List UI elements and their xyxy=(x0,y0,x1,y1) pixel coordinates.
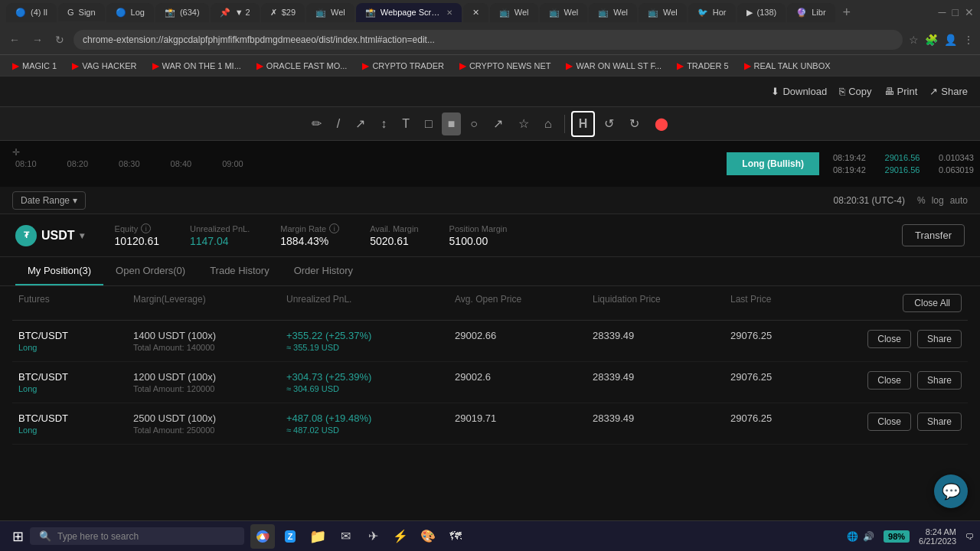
start-button[interactable]: ⊞ xyxy=(6,525,30,548)
tab-29[interactable]: ✗$29 xyxy=(261,3,305,22)
equity-info-icon[interactable]: i xyxy=(141,223,151,233)
forward-button[interactable]: → xyxy=(29,31,46,49)
transfer-button[interactable]: Transfer xyxy=(902,224,965,246)
bookmark-crypto-news[interactable]: ▶ CRYPTO NEWS NET xyxy=(453,59,557,73)
download-button[interactable]: ⬇ Download xyxy=(771,86,827,97)
bookmark-oracle[interactable]: ▶ ORACLE FAST MO... xyxy=(250,59,354,73)
taskbar-zoom-icon[interactable]: Z xyxy=(278,524,302,549)
home-tool[interactable]: ⌂ xyxy=(538,112,558,135)
row3-last-price: 29076.25 xyxy=(730,412,845,424)
tab-138[interactable]: ▶(138) xyxy=(737,3,786,22)
unrealized-pnl-metric: Unrealized PnL. 1147.04 xyxy=(190,224,250,247)
row1-margin: 1400 USDT (100x) Total Amount: 140000 xyxy=(133,330,286,352)
stop-tool[interactable]: ⬤ xyxy=(648,112,675,135)
chart-area: ✛ 08:10 08:20 08:30 08:40 09:00 Long (Bu… xyxy=(0,141,980,187)
undo-tool[interactable]: ↺ xyxy=(598,112,620,135)
taskbar-maps-icon[interactable]: 🗺 xyxy=(443,524,468,549)
close-all-button[interactable]: Close All xyxy=(903,294,962,312)
highlight-tool[interactable]: H xyxy=(571,111,596,137)
date-range-button[interactable]: Date Range ▾ xyxy=(12,191,86,210)
row2-close-button[interactable]: Close xyxy=(867,371,911,390)
tab-libr[interactable]: 🔮Libr xyxy=(787,3,835,22)
row3-close-button[interactable]: Close xyxy=(867,412,911,431)
tab-open-orders[interactable]: Open Orders(0) xyxy=(103,257,198,285)
currency-dropdown-icon[interactable]: ▾ xyxy=(80,230,84,241)
close-tab-icon[interactable]: ✕ xyxy=(446,8,452,17)
margin-rate-info-icon[interactable]: i xyxy=(329,223,339,233)
tab-sign[interactable]: GSign xyxy=(58,3,105,21)
tab-order-history[interactable]: Order History xyxy=(282,257,365,285)
bookmark-realtalk[interactable]: ▶ REAL TALK UNBOX xyxy=(738,59,837,73)
tab-my-position[interactable]: My Position(3) xyxy=(15,257,103,285)
back-button[interactable]: ← xyxy=(6,31,23,49)
tab-screenshot[interactable]: 📸Webpage Screenshot - Entire page screen… xyxy=(356,3,462,22)
taskbar-telegram-icon[interactable]: ✈ xyxy=(361,524,385,549)
pencil-tool[interactable]: ✏ xyxy=(305,112,328,135)
text-tool[interactable]: T xyxy=(396,112,416,135)
taskbar-app6-icon[interactable]: 🎨 xyxy=(416,524,440,549)
minimize-button[interactable]: ─ xyxy=(939,6,946,18)
tab-wel2[interactable]: 📺Wel xyxy=(490,3,538,22)
share-button[interactable]: ↗ Share xyxy=(929,86,968,97)
bookmark-war1[interactable]: ▶ WAR ON THE 1 MI... xyxy=(146,59,247,73)
row2-liq-price: 28339.49 xyxy=(593,371,730,383)
bookmark-magic1[interactable]: ▶ MAGIC 1 xyxy=(6,59,63,73)
row1-liq-price: 28339.49 xyxy=(593,330,730,341)
rect-tool[interactable]: □ xyxy=(419,112,439,135)
bookmark-icon[interactable]: ☆ xyxy=(909,34,919,46)
pointer-tool[interactable]: ↗ xyxy=(349,112,371,135)
tab-trade-history[interactable]: Trade History xyxy=(198,257,282,285)
tab-wel4[interactable]: 📺Wel xyxy=(589,3,637,22)
tab-hor[interactable]: 🐦Hor xyxy=(688,3,736,22)
bookmark-war2[interactable]: ▶ WAR ON WALL ST F... xyxy=(560,59,668,73)
bookmark-vag[interactable]: ▶ VAG HACKER xyxy=(66,59,142,73)
new-tab-button[interactable]: + xyxy=(837,5,858,21)
circle-tool[interactable]: ○ xyxy=(464,112,484,135)
tab-close2[interactable]: ✕ xyxy=(463,3,488,22)
notification-icon[interactable]: 🗨 xyxy=(965,532,974,541)
arrow-tool[interactable]: ↕ xyxy=(374,112,393,135)
table-header: Futures Margin(Leverage) Unrealized PnL.… xyxy=(12,286,968,321)
copy-button[interactable]: ⎘ Copy xyxy=(839,86,871,97)
print-icon: 🖶 xyxy=(884,86,894,97)
row3-margin: 2500 USDT (100x) Total Amount: 250000 xyxy=(133,412,286,435)
extensions-icon[interactable]: 🧩 xyxy=(925,34,938,46)
tab-log[interactable]: 🔵Log xyxy=(106,3,154,22)
bookmark-trader5[interactable]: ▶ TRADER 5 xyxy=(671,59,734,73)
line-tool[interactable]: / xyxy=(331,112,346,135)
maximize-button[interactable]: □ xyxy=(952,6,959,18)
tab-wel3[interactable]: 📺Wel xyxy=(540,3,588,22)
star-tool[interactable]: ☆ xyxy=(512,112,535,135)
chevron-down-icon: ▾ xyxy=(73,195,77,206)
profile-icon[interactable]: 👤 xyxy=(944,34,957,46)
taskbar-explorer-icon[interactable]: 📁 xyxy=(305,524,330,549)
row1-share-button[interactable]: Share xyxy=(917,330,962,348)
redo-tool[interactable]: ↻ xyxy=(623,112,645,135)
long-bullish-button[interactable]: Long (Bullish) xyxy=(727,152,819,175)
menu-icon[interactable]: ⋮ xyxy=(963,34,974,46)
close-button[interactable]: ✕ xyxy=(965,6,974,18)
row2-share-button[interactable]: Share xyxy=(917,371,962,390)
taskbar-app-icons: Z 📁 ✉ ✈ ⚡ 🎨 🗺 xyxy=(250,524,468,549)
tab-wel5[interactable]: 📺Wel xyxy=(639,3,687,22)
tab-magic1[interactable]: 🔵 (4) Il xyxy=(6,3,57,22)
diagonal-tool[interactable]: ↗ xyxy=(487,112,509,135)
taskbar-chrome-icon[interactable] xyxy=(250,524,275,549)
row3-pnl: +487.08 (+19.48%) ≈ 487.02 USD xyxy=(286,412,455,435)
margin-rate-metric: Margin Rate i 1884.43% xyxy=(280,223,339,247)
wifi-icon: 🌐 xyxy=(847,531,858,542)
url-input[interactable] xyxy=(74,30,903,50)
taskbar-app5-icon[interactable]: ⚡ xyxy=(388,524,413,549)
fill-rect-tool[interactable]: ■ xyxy=(442,112,462,135)
tab-wel1[interactable]: 📺Wel xyxy=(306,3,354,22)
chat-support-button[interactable]: 💬 xyxy=(934,474,968,508)
taskbar-search[interactable]: 🔍 Type here to search xyxy=(30,527,244,545)
bookmark-crypto-trader[interactable]: ▶ CRYPTO TRADER xyxy=(356,59,450,73)
print-button[interactable]: 🖶 Print xyxy=(884,86,918,97)
taskbar-email-icon[interactable]: ✉ xyxy=(333,524,358,549)
tab-634[interactable]: 📸(634) xyxy=(155,3,209,22)
refresh-button[interactable]: ↻ xyxy=(52,31,67,49)
row3-share-button[interactable]: Share xyxy=(917,412,962,431)
row1-close-button[interactable]: Close xyxy=(867,330,911,348)
tab-v2[interactable]: 📌▼ 2 xyxy=(211,3,260,22)
